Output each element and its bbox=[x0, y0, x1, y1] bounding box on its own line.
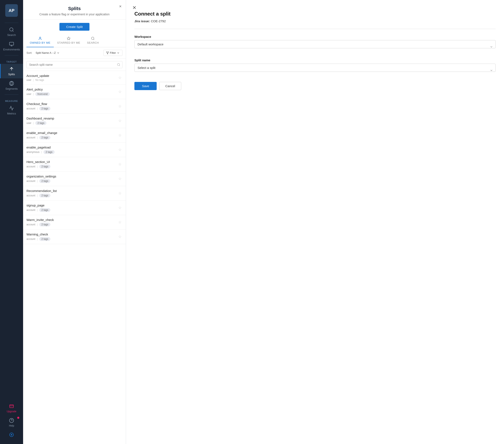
tab-label: STARRED BY ME bbox=[57, 41, 80, 44]
star-button[interactable]: ☆ bbox=[117, 132, 123, 138]
sidebar-item-segments[interactable]: Segments bbox=[0, 78, 23, 93]
star-button[interactable]: ☆ bbox=[117, 161, 123, 167]
svg-rect-7 bbox=[10, 405, 14, 408]
person-icon bbox=[38, 37, 42, 40]
save-button[interactable]: Save bbox=[134, 82, 157, 90]
sidebar-section-measure: MEASURE bbox=[0, 96, 23, 103]
list-item[interactable]: Checkout_flow account | 2 tags ☆ bbox=[23, 99, 126, 114]
sidebar-item-help[interactable]: Help bbox=[0, 415, 23, 430]
split-name: Hero_section_UI bbox=[26, 160, 117, 164]
split-name: enable_email_change bbox=[26, 131, 117, 135]
split-meta: account | 2 tags bbox=[26, 136, 117, 139]
connect-divider bbox=[134, 29, 496, 29]
svg-point-16 bbox=[117, 63, 120, 66]
jira-label: Jira issue: bbox=[134, 19, 150, 23]
sort-label: Sort: bbox=[26, 51, 32, 55]
tab-starred-by-me[interactable]: STARRED BY ME bbox=[54, 34, 84, 47]
sidebar-item-label: Metrics bbox=[7, 112, 16, 115]
sort-button[interactable]: Split Name A→Z bbox=[34, 50, 61, 55]
sidebar-item-search[interactable]: Search bbox=[0, 25, 23, 39]
chevron-down-icon bbox=[117, 52, 120, 55]
meta-separator: | bbox=[37, 194, 37, 197]
meta-separator: | bbox=[37, 209, 37, 211]
filter-button[interactable]: Filter bbox=[103, 50, 123, 56]
meta-separator: | bbox=[37, 107, 37, 110]
sort-value: Split Name A→Z bbox=[36, 51, 56, 55]
create-split-button[interactable]: Create Split bbox=[59, 23, 89, 31]
split-info: Account_update user | No tags bbox=[26, 74, 117, 81]
notification-badge bbox=[17, 417, 19, 419]
tag-badge: 2 tags bbox=[39, 136, 50, 139]
active-indicator bbox=[0, 64, 1, 78]
split-type: user bbox=[26, 122, 31, 125]
split-type: account bbox=[26, 209, 35, 211]
list-item[interactable]: Warning_check account | 2 tags ☆ bbox=[23, 230, 126, 244]
split-name: Alert_policy bbox=[26, 88, 117, 91]
split-info: Warning_check account | 2 tags bbox=[26, 233, 117, 241]
svg-point-11 bbox=[39, 37, 41, 38]
close-icon bbox=[132, 5, 137, 10]
tab-owned-by-me[interactable]: OWNED BY ME bbox=[26, 34, 54, 47]
list-item[interactable]: Account_update user | No tags ☆ bbox=[23, 71, 126, 85]
star-button[interactable]: ☆ bbox=[117, 147, 123, 153]
sidebar-item-metrics[interactable]: Metrics bbox=[0, 103, 23, 118]
tag-badge: 2 tags bbox=[39, 179, 50, 183]
split-info: signup_page account | 2 tags bbox=[26, 204, 117, 212]
svg-point-0 bbox=[10, 28, 13, 31]
star-button[interactable]: ☆ bbox=[117, 89, 123, 95]
avatar[interactable]: AP bbox=[5, 4, 18, 17]
split-meta: account | 2 tags bbox=[26, 194, 117, 197]
tag-badge: 2 tags bbox=[39, 107, 50, 111]
action-buttons: Save Cancel bbox=[134, 82, 496, 90]
list-item[interactable]: Hero_section_UI account | 2 tags ☆ bbox=[23, 157, 126, 172]
upgrade-icon bbox=[9, 404, 14, 409]
sidebar-item-upgrade[interactable]: Upgrade bbox=[0, 401, 23, 415]
sidebar-item-splits[interactable]: Splits bbox=[0, 64, 23, 78]
connect-close-button[interactable] bbox=[130, 4, 139, 12]
star-button[interactable]: ☆ bbox=[117, 74, 123, 81]
list-item[interactable]: enable_pageload anonymous | 2 tags ☆ bbox=[23, 143, 126, 157]
list-item[interactable]: Recommendation_list account | 2 tags ☆ bbox=[23, 186, 126, 201]
star-button[interactable]: ☆ bbox=[117, 204, 123, 211]
svg-line-17 bbox=[119, 65, 120, 66]
star-button[interactable]: ☆ bbox=[117, 234, 123, 240]
split-type: user bbox=[26, 92, 31, 95]
star-button[interactable]: ☆ bbox=[117, 103, 123, 110]
list-item[interactable]: Dashboard_revamp user | 2 tags ☆ bbox=[23, 114, 126, 128]
split-name: organization_settings bbox=[26, 175, 117, 178]
star-button[interactable]: ☆ bbox=[117, 118, 123, 124]
split-type: account bbox=[26, 165, 35, 168]
splits-icon bbox=[9, 66, 14, 71]
star-button[interactable]: ☆ bbox=[117, 190, 123, 196]
panel-close-button[interactable]: × bbox=[118, 3, 123, 9]
list-item[interactable]: organization_settings account | 2 tags ☆ bbox=[23, 172, 126, 186]
split-info: enable_pageload anonymous | 2 tags bbox=[26, 146, 117, 154]
list-item[interactable]: signup_page account | 2 tags ☆ bbox=[23, 201, 126, 215]
search-input-icon bbox=[117, 63, 120, 66]
tab-search[interactable]: SEARCH bbox=[84, 34, 102, 47]
chevron-down-icon bbox=[57, 52, 60, 55]
split-info: Hero_section_UI account | 2 tags bbox=[26, 160, 117, 168]
split-name: signup_page bbox=[26, 204, 117, 207]
filter-label: Filter bbox=[110, 51, 116, 55]
search-input[interactable] bbox=[26, 61, 123, 68]
sidebar-divider bbox=[5, 94, 18, 95]
list-item[interactable]: Warm_invite_check account | 2 tags ☆ bbox=[23, 215, 126, 230]
split-meta: user | 2 tags bbox=[26, 121, 117, 125]
panel-title: Splits bbox=[28, 6, 121, 11]
star-button[interactable]: ☆ bbox=[117, 219, 123, 225]
sidebar-item-splitio-logo[interactable] bbox=[0, 430, 23, 440]
svg-rect-2 bbox=[9, 42, 14, 45]
split-name: Recommendation_list bbox=[26, 189, 117, 193]
cancel-button[interactable]: Cancel bbox=[159, 82, 181, 90]
star-button[interactable]: ☆ bbox=[117, 176, 123, 182]
environments-icon bbox=[9, 42, 14, 47]
list-item[interactable]: Alert_policy user | front-end ☆ bbox=[23, 85, 126, 99]
sidebar-item-environments[interactable]: Environments bbox=[0, 39, 23, 54]
workspace-select[interactable]: Default workspace bbox=[134, 40, 496, 48]
list-item[interactable]: enable_email_change account | 2 tags ☆ bbox=[23, 128, 126, 143]
split-name-select[interactable]: Select a split bbox=[134, 64, 496, 72]
split-meta: user | front-end bbox=[26, 92, 117, 96]
sidebar-item-label: Environments bbox=[3, 48, 20, 51]
main-content: × Splits Create a feature flag or experi… bbox=[23, 0, 504, 444]
